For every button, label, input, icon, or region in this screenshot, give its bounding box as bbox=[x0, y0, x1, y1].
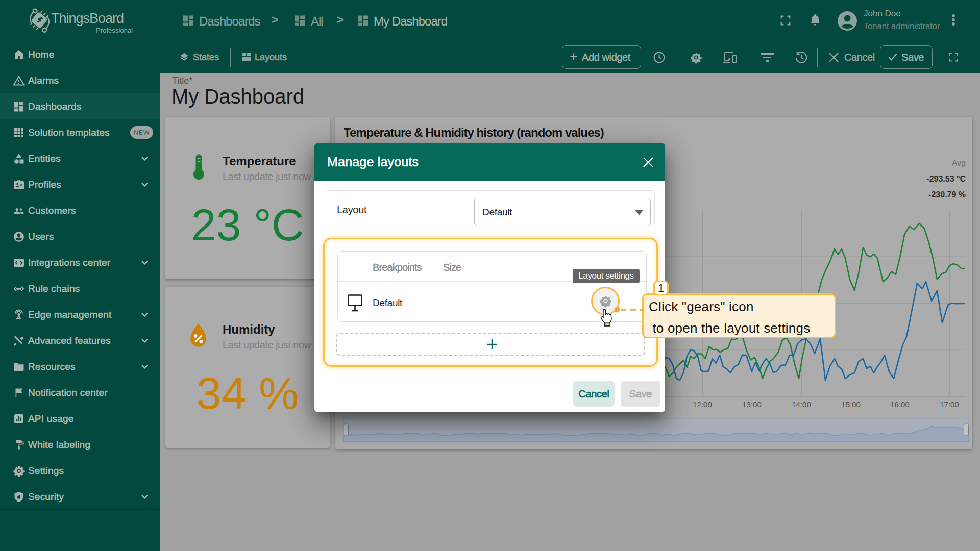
svg-text:13:00: 13:00 bbox=[742, 400, 762, 409]
svg-text:14:00: 14:00 bbox=[792, 400, 811, 409]
svg-text:16:00: 16:00 bbox=[890, 400, 910, 409]
svg-text:15:00: 15:00 bbox=[841, 400, 861, 409]
svg-text:17:00: 17:00 bbox=[940, 400, 959, 409]
svg-text:12:00: 12:00 bbox=[693, 400, 712, 409]
